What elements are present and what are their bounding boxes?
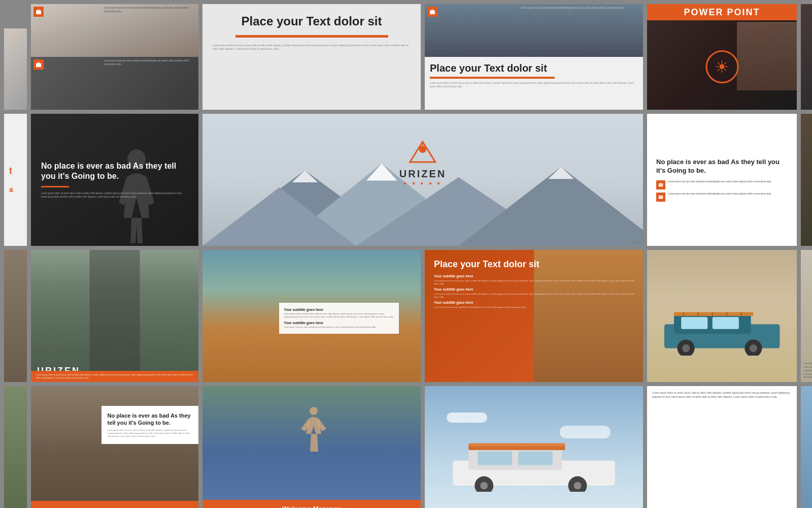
svg-point-17 [682,344,690,352]
slide-dark-quote[interactable]: No place is ever as bad As they tell you… [31,114,198,246]
hiker-orange-bar [31,501,198,508]
slide-partial-right-r1 [801,4,812,110]
hiker-quote-body: Lorem ipsum dolor sit amet, lacus nulla … [108,429,192,438]
slide-orange-place[interactable]: Place your Text dolor sit Your subtitle … [425,250,643,382]
jeep-svg [655,307,790,356]
dark-quote-body: Lorem ipsum dolor sit amet, lacus nulla … [41,192,188,199]
bullet-text-2: Lorem ipsum has two main statistical met… [668,193,772,196]
welcome-band: Welcome Message [202,500,421,508]
info-quote-text: No place is ever as bad As they tell you… [656,158,788,175]
slide-jeep[interactable] [647,250,797,382]
waterfall-body-2: Lorem ipsum has two main statistical met… [284,326,394,329]
slide-river-jump[interactable]: Welcome Message [202,386,421,508]
slide-partial-right-r3: Lorem ipsum has two main statistical met… [801,250,812,382]
sun-circle: ☀ [705,50,738,83]
place-text-title-1: Place your Text dolor sit [231,14,392,29]
partial-r3-text: Lorem ipsum has two main statistical met… [803,362,812,379]
bullet-icon-2 [656,193,665,202]
quote-line [41,186,69,187]
svg-point-26 [310,407,318,415]
orange-body-3: Lorem ipsum has two main statistical met… [434,306,634,309]
jumper-svg [301,406,326,457]
orange-body-2: Lorem ipsum dolor sit amet, lacus nulla … [434,293,634,299]
top-half-text: Lorem ipsum has two main statistical met… [104,7,196,14]
svg-marker-6 [366,164,397,181]
slide-sky-car[interactable] [425,386,643,508]
svg-rect-36 [468,443,565,446]
orange-divider-2 [430,77,555,79]
svg-rect-14 [681,317,707,329]
orange-divider-1 [235,35,388,38]
sun-icon: ☀ [715,57,729,77]
svg-point-34 [574,482,582,489]
partial-text-r4: Lorem ipsum dolor sit amet, lacus nulla … [652,391,792,399]
svg-point-10 [419,146,426,153]
slide-place-text-1[interactable]: Place your Text dolor sit Lorem ipsum do… [202,4,421,110]
orange-body-1: Lorem ipsum dolor sit amet, lacus nulla … [434,279,634,285]
slide-partial-left-r4 [4,386,27,508]
bullet-icon-1 [656,180,665,189]
svg-marker-7 [292,170,318,182]
slide-partial-right-r4-img [801,386,812,508]
place-body-1: Lorem ipsum dolor sit amet, lacus nulla … [202,44,421,51]
slide-info-bullets[interactable]: No place is ever as bad As they tell you… [647,114,797,246]
slide-partial-right-r4-text: Lorem ipsum dolor sit amet, lacus nulla … [647,386,797,508]
svg-rect-29 [478,451,512,465]
icon-suitcase-bottom [33,59,44,70]
attribution: slidesalad [630,241,639,243]
slide-power-point[interactable]: POWER POINT ☀ [647,4,797,110]
slide-partial-right-r2 [801,114,812,246]
slide-grid: Lorem ipsum has two main statistical met… [0,0,812,508]
car-svg [447,442,621,492]
orange-place-title: Place your Text dolor sit [434,259,634,270]
svg-rect-15 [713,317,739,329]
slide-partial-left-r2: t a [4,114,27,246]
welcome-text: Welcome Message [282,505,341,508]
waterfall-subtitle-2: Your subtitle goes here [284,321,394,325]
slide-partial-left-r1 [4,28,27,110]
icon-suitcase-r1s4 [427,7,437,17]
urizen-band-text: Lorem ipsum dolor sit amet, lacus nulla … [36,373,193,379]
urizen-logo-svg [405,139,441,167]
r1s4-top-text: Lorem ipsum has two main statistical met… [521,7,641,10]
slide-place-text-2[interactable]: Lorem ipsum has two main statistical met… [425,4,643,110]
power-point-label: POWER POINT [684,7,760,18]
slide-hiker-quote[interactable]: No place is ever as bad As they tell you… [31,386,198,508]
urizen-logo-name: URIZEN [399,168,446,180]
svg-point-19 [750,344,757,352]
partial-a: a [9,185,22,194]
svg-marker-8 [548,167,573,179]
icon-suitcase-top [33,7,44,17]
slide-two-panel[interactable]: Lorem ipsum has two main statistical met… [31,4,198,110]
bullet-text-1: Lorem ipsum has two main statistical met… [668,180,772,184]
hiker-quote-title: No place is ever as bad As they tell you… [108,412,192,427]
partial-letter: t [9,166,22,175]
urizen-stars: ★ ★ ★ ★ ★ [403,181,442,186]
orange-sub-3: Your subtitle goes here [434,301,634,304]
svg-point-32 [480,482,488,489]
orange-sub-2: Your subtitle goes here [434,288,634,291]
waterfall-info-box: Your subtitle goes here Lorem ipsum dolo… [279,303,399,334]
slide-waterfall[interactable]: Your subtitle goes here Lorem ipsum dolo… [202,250,421,382]
slide-urizen-mountain[interactable]: URIZEN ★ ★ ★ ★ ★ slidesalad [202,114,643,246]
slide-partial-left-r3 [4,250,27,382]
waterfall-body-1: Lorem ipsum dolor sit amet, lacus nulla … [284,312,394,319]
orange-sub-1: Your subtitle goes here [434,274,634,278]
hiker-quote-box: No place is ever as bad As they tell you… [101,406,198,444]
bottom-half-text: Lorem ipsum has two main statistical met… [104,59,196,67]
r1s4-title: Place your Text dolor sit [430,62,638,74]
power-point-header: POWER POINT [647,4,797,20]
dark-quote-text: No place is ever as bad As they tell you… [41,161,188,182]
slide-urizen-dark[interactable]: URIZEN ★ ★ ★ ★ ★ Lorem ipsum dolor sit a… [31,250,198,382]
svg-rect-30 [518,451,553,465]
urizen-orange-band: Lorem ipsum dolor sit amet, lacus nulla … [31,371,198,382]
waterfall-subtitle-1: Your subtitle goes here [284,308,394,311]
r1s4-body: Lorem ipsum dolor sit amet, lacus nulla … [430,82,638,89]
